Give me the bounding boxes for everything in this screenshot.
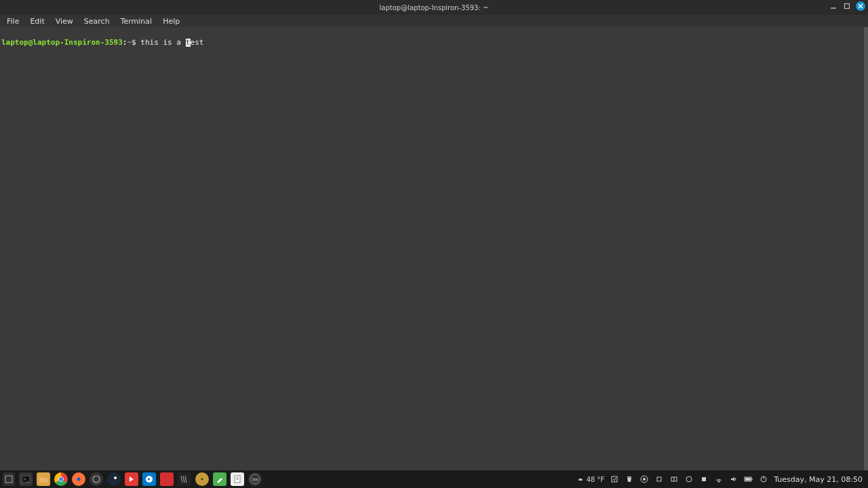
taskbar-files-icon[interactable]: [37, 472, 50, 486]
menu-terminal[interactable]: Terminal: [115, 16, 158, 27]
svg-rect-25: [657, 477, 661, 481]
taskbar-app-5-icon[interactable]: [195, 472, 209, 486]
tray-trash-icon[interactable]: [625, 474, 634, 484]
prompt-user-host: laptop@laptop-Inspiron-3593: [1, 38, 123, 47]
svg-text:lm: lm: [252, 477, 258, 483]
taskbar-chrome-icon[interactable]: [54, 472, 68, 486]
maximize-icon: [844, 3, 850, 9]
tray-indicator-3-icon[interactable]: [684, 474, 694, 484]
command-text-after-cursor: est: [191, 38, 204, 47]
folder-icon: [39, 474, 48, 484]
taskbar: >_ l: [0, 470, 868, 488]
taskbar-left: >_ l: [0, 472, 262, 486]
menu-search[interactable]: Search: [79, 16, 115, 27]
menu-file[interactable]: File: [1, 16, 24, 27]
taskbar-firefox-icon[interactable]: [72, 472, 85, 486]
svg-rect-33: [745, 478, 751, 481]
pen-icon: [215, 474, 224, 484]
mint-icon: lm: [250, 474, 260, 485]
svg-point-9: [93, 476, 100, 483]
taskbar-app-7-icon[interactable]: [231, 472, 244, 486]
taskbar-media-player-icon[interactable]: [125, 472, 138, 486]
start-menu-icon: [5, 475, 13, 483]
tray-obs-icon[interactable]: [639, 474, 649, 484]
prompt-symbol: $: [132, 38, 136, 47]
taskbar-mint-menu-icon[interactable]: lm: [248, 472, 262, 486]
taskbar-steam-icon[interactable]: [107, 472, 121, 486]
svg-point-15: [201, 479, 203, 481]
red-app-icon: [162, 474, 172, 484]
tray-indicator-1-icon[interactable]: [654, 474, 664, 484]
menu-bar: File Edit View Search Terminal Help: [0, 15, 868, 27]
stripes-icon: [180, 474, 189, 484]
svg-point-24: [643, 478, 646, 481]
window-titlebar: laptop@laptop-Inspiron-3593: ~: [0, 0, 868, 15]
tray-volume-icon[interactable]: [729, 474, 738, 484]
close-button[interactable]: [856, 1, 865, 11]
terminal-scrollbar[interactable]: [864, 27, 868, 470]
system-tray: 48 °F: [576, 474, 868, 484]
taskbar-app-3-icon[interactable]: [160, 472, 174, 486]
svg-text:>_: >_: [23, 476, 29, 482]
start-menu-button[interactable]: [3, 472, 15, 486]
terminal-area[interactable]: laptop@laptop-Inspiron-3593:~$ this is a…: [0, 27, 868, 470]
svg-point-10: [110, 475, 118, 483]
svg-rect-21: [612, 476, 617, 482]
tray-updates-icon[interactable]: [610, 474, 619, 484]
tray-power-icon[interactable]: [759, 474, 768, 484]
tray-network-icon[interactable]: [714, 474, 724, 484]
app-icon: [144, 474, 154, 484]
tray-weather[interactable]: 48 °F: [576, 474, 605, 484]
command-text-before-cursor: this is a: [140, 38, 185, 47]
steam-icon: [109, 474, 119, 484]
minimize-icon: [830, 3, 837, 9]
document-icon: [233, 474, 242, 484]
svg-point-8: [77, 478, 81, 481]
window-title: laptop@laptop-Inspiron-3593: ~: [380, 4, 489, 12]
tray-clock[interactable]: Tuesday, May 21, 08:50: [774, 475, 863, 484]
svg-rect-4: [5, 476, 12, 483]
weather-icon: [576, 474, 585, 484]
taskbar-app-1-icon[interactable]: [90, 472, 103, 486]
taskbar-app-2-icon[interactable]: [142, 472, 156, 486]
tray-indicator-4-icon[interactable]: [699, 474, 709, 484]
tray-battery-icon[interactable]: [744, 474, 753, 484]
svg-rect-13: [163, 476, 170, 483]
svg-rect-29: [702, 477, 706, 481]
window-controls: [829, 1, 865, 11]
menu-help[interactable]: Help: [157, 16, 185, 27]
gear-icon: [197, 474, 207, 484]
svg-rect-22: [627, 476, 631, 478]
svg-rect-32: [751, 479, 753, 480]
maximize-button[interactable]: [842, 1, 852, 11]
taskbar-terminal-icon[interactable]: >_: [19, 472, 33, 486]
tray-indicator-2-icon[interactable]: [669, 474, 679, 484]
taskbar-app-6-icon[interactable]: [213, 472, 226, 486]
svg-rect-1: [845, 4, 850, 9]
taskbar-app-4-icon[interactable]: [178, 472, 191, 486]
firefox-icon: [74, 474, 83, 484]
circle-outline-icon: [92, 474, 101, 484]
minimize-button[interactable]: [829, 1, 838, 11]
svg-point-28: [686, 476, 692, 482]
menu-view[interactable]: View: [50, 16, 79, 27]
menu-edit[interactable]: Edit: [24, 16, 50, 27]
terminal-icon: >_: [21, 474, 31, 484]
close-icon: [858, 3, 863, 9]
text-cursor: t: [186, 39, 191, 47]
svg-point-30: [718, 481, 719, 483]
tray-weather-text: 48 °F: [587, 476, 605, 483]
svg-point-11: [114, 476, 117, 479]
